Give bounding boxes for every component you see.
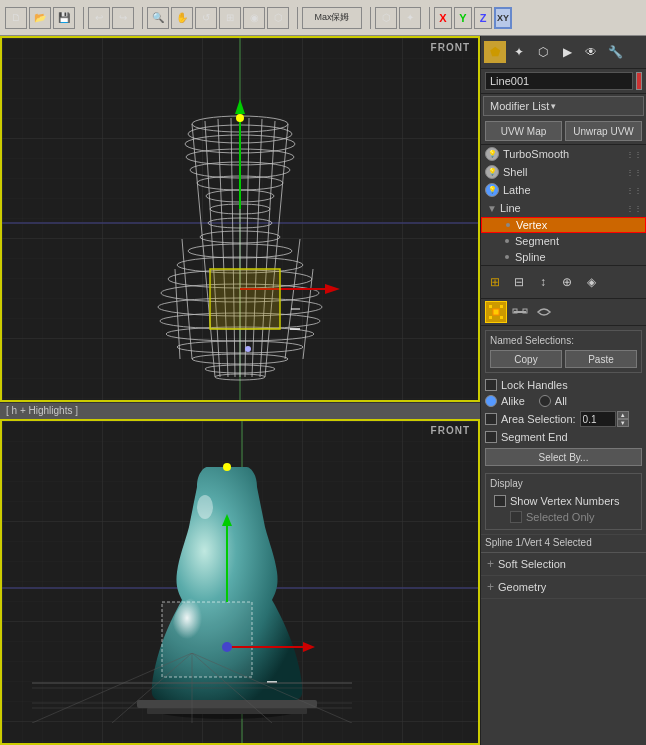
- area-selection-input[interactable]: [580, 411, 616, 427]
- bottom-viewport[interactable]: FRONT: [0, 419, 480, 745]
- render-btn[interactable]: ◉: [243, 7, 265, 29]
- y-axis-btn[interactable]: Y: [454, 7, 472, 29]
- status-text: [ h + Highlights ]: [6, 405, 78, 416]
- object-name-input[interactable]: [485, 72, 633, 90]
- pan-btn[interactable]: ✋: [171, 7, 193, 29]
- utility-panel-icon[interactable]: 🔧: [604, 41, 626, 63]
- svg-line-25: [192, 124, 215, 377]
- save-btn[interactable]: 💾: [53, 7, 75, 29]
- selected-only-checkbox[interactable]: [510, 511, 522, 523]
- hierarchy-panel-icon[interactable]: ⬡: [532, 41, 554, 63]
- modifier-shell[interactable]: 💡 Shell ⋮⋮: [481, 163, 646, 181]
- modifier-line[interactable]: ▼ Line ⋮⋮: [481, 199, 646, 217]
- lathe-label: Lathe: [503, 184, 626, 196]
- geometry-btn[interactable]: + Geometry: [481, 576, 646, 599]
- modifier-stack: 💡 TurboSmooth ⋮⋮ 💡 Shell ⋮⋮ 💡 Lathe ⋮⋮ ▼…: [481, 145, 646, 266]
- vertex-sel-icon[interactable]: [485, 301, 507, 323]
- vertex-dot: [506, 223, 510, 227]
- svg-rect-75: [489, 316, 492, 319]
- max-btn[interactable]: ⊞: [219, 7, 241, 29]
- main-layout: FRONT: [0, 36, 646, 745]
- sep3: [297, 7, 298, 29]
- redo-btn[interactable]: ↪: [112, 7, 134, 29]
- show-vertex-numbers-checkbox[interactable]: [494, 495, 506, 507]
- floor-grid-svg: [32, 653, 352, 723]
- area-spinner-up[interactable]: ▲: [617, 411, 629, 419]
- tab-icon3[interactable]: ↕: [531, 270, 555, 294]
- modify-panel-icon[interactable]: ⬟: [484, 41, 506, 63]
- select-by-btn[interactable]: Select By...: [485, 448, 642, 466]
- modifier-turbosmooth[interactable]: 💡 TurboSmooth ⋮⋮: [481, 145, 646, 163]
- segment-dot: [505, 239, 509, 243]
- x-axis-btn[interactable]: X: [434, 7, 452, 29]
- all-radio[interactable]: [539, 395, 551, 407]
- svg-point-43: [245, 346, 251, 352]
- svg-line-28: [231, 118, 235, 377]
- tab-icon1[interactable]: ⊞: [483, 270, 507, 294]
- tab-icon5[interactable]: ◈: [579, 270, 603, 294]
- segment-end-checkbox[interactable]: [485, 431, 497, 443]
- tab-icon2[interactable]: ⊟: [507, 270, 531, 294]
- show-vertex-numbers-label: Show Vertex Numbers: [510, 495, 619, 507]
- view-tools: 🔍 ✋ ↺ ⊞ ◉ ⬡: [146, 6, 290, 30]
- vertex-label: Vertex: [516, 219, 547, 231]
- alike-radio[interactable]: [485, 395, 497, 407]
- tab-icon4[interactable]: ⊕: [555, 270, 579, 294]
- svg-point-61: [222, 642, 232, 652]
- soft-selection-plus: +: [487, 557, 494, 571]
- area-spinner-down[interactable]: ▼: [617, 419, 629, 427]
- xy-axis-btn[interactable]: XY: [494, 7, 512, 29]
- svg-point-52: [197, 495, 213, 519]
- area-selection-checkbox[interactable]: [485, 413, 497, 425]
- top-viewport[interactable]: FRONT: [0, 36, 480, 402]
- axis-group: X Y Z XY: [433, 6, 513, 30]
- lock-handles-label: Lock Handles: [501, 379, 568, 391]
- material-btn[interactable]: ⬡: [267, 7, 289, 29]
- paste-btn[interactable]: Paste: [565, 350, 637, 368]
- spline-label: Spline: [515, 251, 546, 263]
- soft-selection-btn[interactable]: + Soft Selection: [481, 552, 646, 576]
- edit-tools: ↩ ↪: [87, 6, 135, 30]
- turbosmooth-dots: ⋮⋮: [626, 150, 642, 159]
- render3-btn[interactable]: ✦: [399, 7, 421, 29]
- uvw-map-btn[interactable]: UVW Map: [485, 121, 562, 141]
- file-tools: 🗋 📂 💾: [4, 6, 76, 30]
- area-spinner: ▲ ▼: [617, 411, 629, 427]
- object-color-swatch[interactable]: [636, 72, 642, 90]
- svg-line-33: [265, 124, 288, 377]
- right-panel: ⬟ ✦ ⬡ ▶ 👁 🔧 Modifier List ▼ UVW Map Unwr…: [480, 36, 646, 745]
- sub-spline[interactable]: Spline: [481, 249, 646, 265]
- shell-label: Shell: [503, 166, 626, 178]
- svg-line-37: [303, 269, 313, 359]
- lock-handles-checkbox[interactable]: [485, 379, 497, 391]
- copy-btn[interactable]: Copy: [490, 350, 562, 368]
- create-panel-icon[interactable]: ✦: [508, 41, 530, 63]
- sub-segment[interactable]: Segment: [481, 233, 646, 249]
- z-axis-btn[interactable]: Z: [474, 7, 492, 29]
- segment-end-label: Segment End: [501, 431, 568, 443]
- top-viewport-label: FRONT: [431, 42, 470, 53]
- named-selections-title: Named Selections:: [490, 335, 637, 346]
- undo-btn[interactable]: ↩: [88, 7, 110, 29]
- orbit-btn[interactable]: ↺: [195, 7, 217, 29]
- svg-rect-76: [500, 316, 503, 319]
- zoom-btn[interactable]: 🔍: [147, 7, 169, 29]
- modifier-list-row[interactable]: Modifier List ▼: [483, 96, 644, 116]
- render2-btn[interactable]: ⬡: [375, 7, 397, 29]
- svg-rect-74: [500, 305, 503, 308]
- motion-panel-icon[interactable]: ▶: [556, 41, 578, 63]
- spline-dot: [505, 255, 509, 259]
- face-sel-icon[interactable]: [533, 301, 555, 323]
- unwrap-uvw-btn[interactable]: Unwrap UVW: [565, 121, 642, 141]
- edge-sel-icon[interactable]: [509, 301, 531, 323]
- svg-point-60: [223, 463, 231, 471]
- turbosmooth-label: TurboSmooth: [503, 148, 626, 160]
- modifier-lathe[interactable]: 💡 Lathe ⋮⋮: [481, 181, 646, 199]
- mode-label[interactable]: Max保姆: [302, 7, 362, 29]
- open-btn[interactable]: 📂: [29, 7, 51, 29]
- sep5: [429, 7, 430, 29]
- svg-line-32: [260, 121, 275, 377]
- new-btn[interactable]: 🗋: [5, 7, 27, 29]
- display-panel-icon[interactable]: 👁: [580, 41, 602, 63]
- sub-vertex[interactable]: Vertex: [481, 217, 646, 233]
